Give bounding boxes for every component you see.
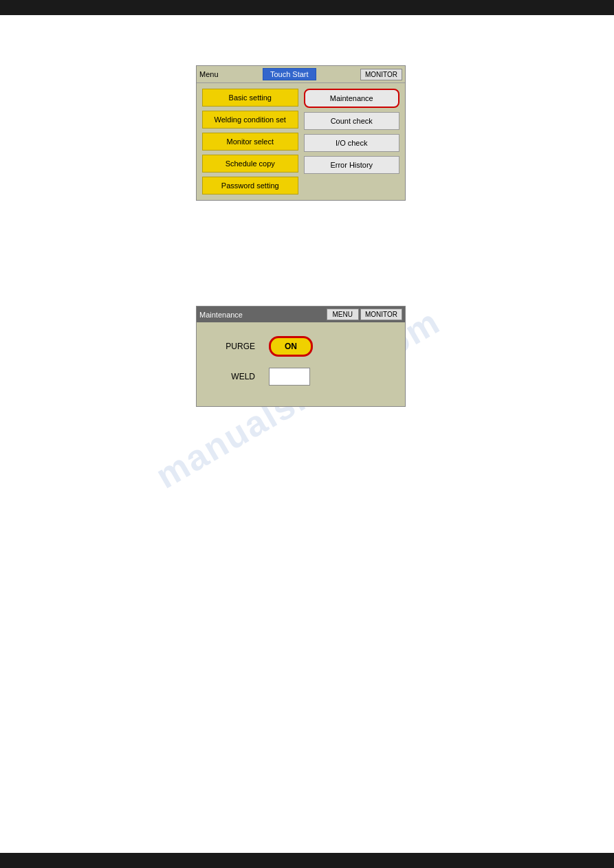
menu-panel-body: Basic setting Welding condition set Moni… <box>197 83 405 200</box>
basic-setting-button[interactable]: Basic setting <box>202 89 298 107</box>
menu-right-column: Maintenance Count check I/O check Error … <box>304 89 400 194</box>
error-history-button[interactable]: Error History <box>304 156 400 174</box>
purge-row: PURGE ON <box>217 336 384 357</box>
maintenance-menu-button[interactable]: MENU <box>327 309 359 320</box>
maintenance-header-buttons: MENU MONITOR <box>327 309 403 320</box>
weld-row: WELD <box>217 368 384 386</box>
maintenance-panel: Maintenance MENU MONITOR PURGE ON WELD <box>196 306 406 407</box>
menu-monitor-button[interactable]: MONITOR <box>360 69 402 80</box>
schedule-copy-button[interactable]: Schedule copy <box>202 155 298 173</box>
count-check-button[interactable]: Count check <box>304 112 400 130</box>
weld-label: WELD <box>217 372 255 381</box>
bottom-bar <box>0 853 614 868</box>
io-check-button[interactable]: I/O check <box>304 134 400 152</box>
touch-start-button[interactable]: Touch Start <box>263 68 316 80</box>
weld-input[interactable] <box>269 368 310 386</box>
purge-on-button[interactable]: ON <box>269 336 313 357</box>
welding-condition-set-button[interactable]: Welding condition set <box>202 111 298 129</box>
password-setting-button[interactable]: Password setting <box>202 177 298 194</box>
menu-panel: Menu Touch Start MONITOR Basic setting W… <box>196 65 406 201</box>
maintenance-monitor-button[interactable]: MONITOR <box>360 309 402 320</box>
maintenance-panel-header: Maintenance MENU MONITOR <box>197 307 405 322</box>
monitor-select-button[interactable]: Monitor select <box>202 133 298 151</box>
menu-panel-title: Menu <box>199 70 219 78</box>
maintenance-panel-title: Maintenance <box>199 311 243 319</box>
maintenance-panel-body: PURGE ON WELD <box>197 322 405 406</box>
menu-panel-header: Menu Touch Start MONITOR <box>197 66 405 83</box>
menu-left-column: Basic setting Welding condition set Moni… <box>202 89 298 194</box>
maintenance-button[interactable]: Maintenance <box>304 89 400 108</box>
top-bar <box>0 0 614 15</box>
purge-label: PURGE <box>217 342 255 351</box>
